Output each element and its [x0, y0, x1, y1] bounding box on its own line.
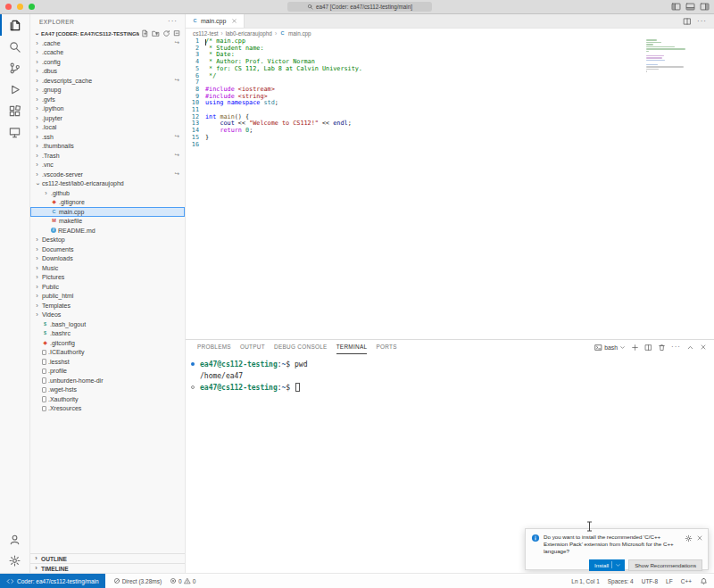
tree-item-vscode-server[interactable]: ›.vscode-server↪	[30, 170, 185, 179]
remote-explorer-icon[interactable]	[0, 121, 29, 143]
code-line[interactable]: 14 return 0;	[186, 128, 660, 135]
status-indentation[interactable]: Spaces: 4	[608, 578, 634, 584]
tree-item-dbus[interactable]: ›.dbus	[30, 67, 185, 77]
tree-item-gvfs[interactable]: ›.gvfs	[30, 95, 185, 104]
window-zoom-button[interactable]	[29, 4, 35, 10]
outline-section[interactable]: › OUTLINE	[30, 553, 185, 563]
settings-icon[interactable]	[0, 550, 29, 571]
breadcrumb-item[interactable]: main.cpp	[288, 30, 311, 37]
tree-item-pictures[interactable]: ›Pictures	[30, 273, 185, 283]
window-close-button[interactable]	[5, 4, 12, 10]
tree-item-music[interactable]: ›Music	[30, 263, 185, 273]
tree-item-devscripts-cache[interactable]: ›.devscripts_cache↪	[30, 76, 185, 86]
tree-item-readme-md[interactable]: iREADME.md	[30, 226, 185, 236]
tree-item-wget-hsts[interactable]: .wget-hsts	[30, 385, 185, 395]
editor-more-actions-button[interactable]: ···	[697, 18, 707, 25]
breadcrumb-item[interactable]: cs112-test	[193, 30, 219, 37]
tree-item-makefile[interactable]: Mmakefile	[30, 217, 185, 227]
remote-indicator[interactable]: Coder: ea47/cs112-testing/main	[0, 574, 105, 588]
notification-close-icon[interactable]	[696, 534, 703, 542]
terminal-shell-picker[interactable]: bash	[594, 344, 626, 352]
code-editor[interactable]: 1/* main.cpp2 * Student name:3 * Date:4 …	[186, 38, 660, 148]
tree-item-ssh[interactable]: ›.ssh↪	[30, 132, 185, 142]
tree-item-trash[interactable]: ›.Trash↪	[30, 151, 185, 161]
panel-tab-ports[interactable]: PORTS	[376, 340, 396, 354]
tree-item-public-html[interactable]: ›public_html	[30, 292, 185, 302]
terminal-line[interactable]: ea47@cs112-testing:~$	[200, 382, 714, 393]
notification-settings-icon[interactable]	[685, 534, 693, 542]
tree-item-documents[interactable]: ›Documents	[30, 244, 185, 254]
explorer-icon[interactable]	[0, 14, 29, 36]
minimap[interactable]	[646, 39, 689, 102]
new-folder-button[interactable]	[152, 29, 160, 37]
command-center[interactable]: ea47 [Coder: ea47/cs112-testing/main]	[287, 2, 432, 12]
collapse-folders-button[interactable]	[173, 29, 181, 37]
terminal-line[interactable]: /home/ea47	[200, 370, 714, 382]
tree-item-config[interactable]: ›.config	[30, 57, 185, 67]
tree-item-unburden-home-dir[interactable]: .unburden-home-dir	[30, 376, 185, 385]
run-debug-icon[interactable]	[0, 79, 29, 100]
tab-main-cpp[interactable]: C main.cpp	[186, 14, 245, 28]
status-eol[interactable]: LF	[666, 578, 673, 584]
panel-tab-problems[interactable]: PROBLEMS	[197, 340, 231, 354]
tree-item-downloads[interactable]: ›Downloads	[30, 254, 185, 264]
panel-more-actions-button[interactable]: ···	[671, 344, 681, 351]
tree-item-gitconfig[interactable]: ◆.gitconfig	[30, 338, 185, 348]
status-encoding[interactable]: UTF-8	[642, 578, 658, 584]
window-minimize-button[interactable]	[17, 4, 23, 10]
explorer-section-header[interactable]: › EA47 [CODER: EA47/CS112-TESTINGMAIN]	[30, 29, 185, 38]
tree-item-xresources[interactable]: .Xresources	[30, 404, 185, 414]
install-dropdown-icon[interactable]	[615, 562, 621, 568]
explorer-more-actions-button[interactable]: ···	[168, 18, 178, 25]
new-terminal-button[interactable]	[631, 344, 639, 352]
code-line[interactable]: 10using namespace std;	[186, 100, 660, 107]
status-language[interactable]: C++	[681, 578, 692, 584]
tree-item-cache[interactable]: ›.cache↪	[30, 38, 185, 48]
kill-terminal-button[interactable]	[658, 344, 666, 352]
tree-item-ccache[interactable]: ›.ccache	[30, 48, 185, 58]
show-recommendations-button[interactable]: Show Recommendations	[628, 559, 702, 571]
tree-item-bash-logout[interactable]: $.bash_logout	[30, 319, 185, 329]
toggle-secondary-sidebar-icon[interactable]	[700, 2, 710, 12]
tree-item-iceauthority[interactable]: .ICEauthority	[30, 348, 185, 358]
tree-item-jupyter[interactable]: ›.jupyter	[30, 113, 185, 123]
panel-tab-output[interactable]: OUTPUT	[240, 340, 265, 354]
split-editor-button[interactable]	[683, 17, 692, 26]
search-icon[interactable]	[0, 36, 29, 57]
code-line[interactable]: 13 cout << "Welcome to CS112!" << endl;	[186, 120, 660, 128]
close-tab-icon[interactable]	[231, 18, 237, 24]
breadcrumb[interactable]: cs112-test › lab0-ericaraujophd › C main…	[186, 29, 714, 38]
panel-tab-debug-console[interactable]: DEBUG CONSOLE	[274, 340, 328, 354]
status-problems[interactable]: 0 0	[170, 577, 195, 584]
notifications-bell[interactable]	[700, 577, 708, 585]
status-cursor-position[interactable]: Ln 1, Col 1	[571, 578, 599, 584]
install-button[interactable]: Install	[589, 559, 625, 571]
code-line[interactable]: 5 * for: CS 112, Lab 8 at Calvin Univers…	[186, 66, 660, 73]
tree-item-main-cpp[interactable]: Cmain.cpp	[30, 207, 185, 217]
tree-item-thumbnails[interactable]: ›.thumbnails	[30, 142, 185, 152]
tree-item-local[interactable]: ›.local	[30, 123, 185, 133]
new-file-button[interactable]	[141, 29, 149, 37]
status-latency[interactable]: Direct (3.28ms)	[113, 577, 162, 584]
timeline-section[interactable]: › TIMELINE	[30, 563, 185, 573]
close-panel-button[interactable]	[700, 344, 707, 351]
tree-item-desktop[interactable]: ›Desktop	[30, 236, 185, 245]
tree-item-cs112-test-lab0-ericaraujophd[interactable]: ›cs112-test/lab0-ericaraujophd	[30, 179, 185, 189]
account-icon[interactable]	[0, 528, 29, 550]
tree-item-github[interactable]: ›.github	[30, 188, 185, 198]
tree-item-xauthority[interactable]: .Xauthority	[30, 394, 185, 404]
tree-item-gitignore[interactable]: ◆.gitignore	[30, 198, 185, 208]
tree-item-gnupg[interactable]: ›.gnupg	[30, 86, 185, 95]
code-line[interactable]: 11	[186, 107, 660, 114]
panel-tab-terminal[interactable]: TERMINAL	[336, 340, 368, 354]
terminal-line[interactable]: ea47@cs112-testing:~$ pwd	[200, 359, 714, 370]
toggle-panel-icon[interactable]	[685, 2, 695, 12]
tree-item-vnc[interactable]: ›.vnc	[30, 161, 185, 170]
source-control-icon[interactable]	[0, 57, 29, 79]
tree-item-public[interactable]: ›Public	[30, 282, 185, 292]
tree-item-videos[interactable]: ›Videos	[30, 311, 185, 320]
tree-item-templates[interactable]: ›Templates	[30, 301, 185, 311]
maximize-panel-button[interactable]	[686, 344, 694, 352]
tree-item-lesshst[interactable]: .lesshst	[30, 357, 185, 367]
refresh-explorer-button[interactable]	[162, 29, 170, 37]
